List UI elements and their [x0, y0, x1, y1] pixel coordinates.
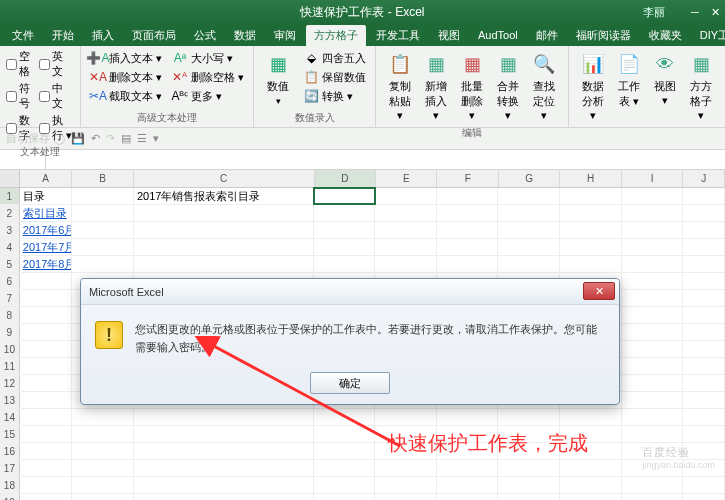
dialog-close-button[interactable]: ✕ — [583, 282, 615, 300]
cell[interactable] — [683, 341, 725, 357]
cell[interactable] — [134, 239, 314, 255]
cell[interactable] — [622, 409, 684, 425]
cell[interactable] — [20, 341, 73, 357]
row-header[interactable]: 2 — [0, 205, 20, 221]
cell[interactable] — [314, 477, 376, 493]
cell[interactable] — [683, 460, 725, 476]
cell[interactable] — [20, 443, 73, 459]
column-header[interactable]: I — [622, 170, 683, 187]
save-icon[interactable]: 💾 — [71, 132, 85, 145]
cell[interactable] — [20, 307, 73, 323]
cell[interactable] — [622, 222, 684, 238]
column-header[interactable]: H — [560, 170, 621, 187]
cell[interactable] — [498, 222, 560, 238]
cell[interactable] — [314, 222, 376, 238]
cell[interactable] — [314, 443, 376, 459]
column-header[interactable]: F — [437, 170, 498, 187]
select-all-corner[interactable] — [0, 170, 20, 187]
cell[interactable] — [375, 477, 437, 493]
tool-button[interactable]: 👁视图 ▾ — [647, 49, 683, 124]
cell[interactable] — [622, 460, 684, 476]
row-header[interactable]: 5 — [0, 256, 20, 272]
row-header[interactable]: 17 — [0, 460, 20, 476]
cell[interactable] — [314, 239, 376, 255]
cell[interactable] — [622, 392, 684, 408]
minimize-button[interactable]: ─ — [689, 6, 701, 19]
dialog-titlebar[interactable]: Microsoft Excel ✕ — [81, 279, 619, 305]
cell[interactable] — [134, 460, 314, 476]
cell[interactable] — [134, 205, 314, 221]
ok-button[interactable]: 确定 — [310, 372, 390, 394]
column-header[interactable]: J — [683, 170, 725, 187]
cell[interactable] — [437, 205, 499, 221]
cell[interactable] — [683, 443, 725, 459]
edit-button[interactable]: ▦合并转换 ▾ — [490, 49, 526, 124]
column-header[interactable]: A — [20, 170, 72, 187]
cell[interactable] — [683, 205, 725, 221]
more-button[interactable]: Aᴮᶜ更多 ▾ — [169, 87, 247, 105]
cell[interactable]: 目录 — [20, 188, 73, 204]
cell[interactable] — [72, 222, 134, 238]
cell[interactable] — [20, 358, 73, 374]
cell[interactable] — [560, 426, 622, 442]
cell[interactable] — [622, 494, 684, 500]
cell[interactable] — [72, 443, 134, 459]
row-header[interactable]: 12 — [0, 375, 20, 391]
name-box[interactable] — [0, 150, 46, 169]
cell[interactable] — [622, 324, 684, 340]
cell[interactable] — [437, 460, 499, 476]
column-header[interactable]: C — [134, 170, 315, 187]
row-header[interactable]: 18 — [0, 477, 20, 493]
cell[interactable] — [72, 205, 134, 221]
cell[interactable] — [20, 494, 73, 500]
edit-button[interactable]: 🔍查找定位 ▾ — [526, 49, 562, 124]
cell[interactable] — [498, 409, 560, 425]
cell[interactable] — [560, 409, 622, 425]
cell[interactable] — [437, 409, 499, 425]
cell[interactable] — [560, 239, 622, 255]
cell[interactable] — [683, 290, 725, 306]
cell[interactable]: 2017年6月 — [20, 222, 73, 238]
number-op-button[interactable]: 🔄转换 ▾ — [300, 87, 369, 105]
cell[interactable] — [622, 375, 684, 391]
text-op-button[interactable]: ✕A删除文本 ▾ — [87, 68, 165, 86]
row-header[interactable]: 3 — [0, 222, 20, 238]
cell[interactable] — [72, 239, 134, 255]
cell[interactable] — [72, 494, 134, 500]
cell[interactable] — [560, 205, 622, 221]
cell[interactable] — [134, 426, 314, 442]
cell[interactable] — [134, 477, 314, 493]
column-header[interactable]: G — [499, 170, 560, 187]
cell[interactable] — [375, 239, 437, 255]
undo-icon[interactable]: ↶ — [91, 132, 100, 145]
row-header[interactable]: 10 — [0, 341, 20, 357]
cell[interactable] — [498, 256, 560, 272]
cell[interactable] — [314, 460, 376, 476]
cell[interactable] — [683, 494, 725, 500]
cell[interactable]: 2017年7月 — [20, 239, 73, 255]
cell[interactable] — [622, 307, 684, 323]
row-header[interactable]: 11 — [0, 358, 20, 374]
trim-button[interactable]: ✕ᴬ删除空格 ▾ — [169, 68, 247, 86]
cell[interactable] — [375, 409, 437, 425]
ribbon-tab[interactable]: 开始 — [44, 25, 82, 46]
cell[interactable] — [72, 409, 134, 425]
ribbon-tab[interactable]: 公式 — [186, 25, 224, 46]
cell[interactable] — [375, 256, 437, 272]
cell[interactable] — [683, 239, 725, 255]
cell[interactable] — [560, 222, 622, 238]
row-header[interactable]: 8 — [0, 307, 20, 323]
cell[interactable] — [498, 426, 560, 442]
ribbon-tab[interactable]: 文件 — [4, 25, 42, 46]
cell[interactable] — [622, 426, 684, 442]
ribbon-tab[interactable]: 邮件 — [528, 25, 566, 46]
row-header[interactable]: 9 — [0, 324, 20, 340]
ribbon-tab[interactable]: 福昕阅读器 — [568, 25, 639, 46]
row-header[interactable]: 16 — [0, 443, 20, 459]
ribbon-tab[interactable]: 页面布局 — [124, 25, 184, 46]
text-op-button[interactable]: ✂A截取文本 ▾ — [87, 87, 165, 105]
row-header[interactable]: 13 — [0, 392, 20, 408]
cell[interactable] — [560, 256, 622, 272]
close-button[interactable]: ✕ — [709, 6, 721, 19]
filter-checkbox[interactable]: 中文 — [39, 81, 73, 111]
